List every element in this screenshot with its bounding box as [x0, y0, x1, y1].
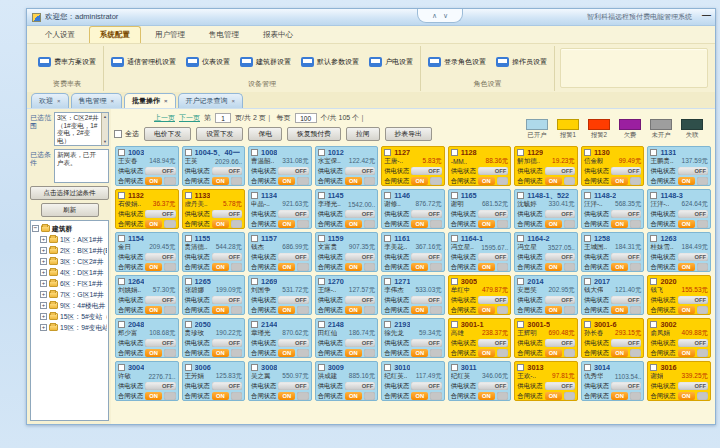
ribbon-button[interactable]: 操作员设置	[492, 54, 551, 70]
room-card[interactable]: 1148-2汪洋-..568.35元供电状态OFF合闸状态ON	[581, 189, 645, 229]
room-checkbox[interactable]	[384, 149, 391, 156]
room-card[interactable]: 1128-MM..88.36元供电状态OFF合闸状态ON	[448, 146, 512, 186]
tree-expander-icon[interactable]: +	[40, 236, 47, 243]
room-card[interactable]: 1161李美花..367.16元供电状态OFF合闸状态ON	[381, 232, 445, 272]
tree-expander-icon[interactable]: +	[40, 313, 47, 320]
room-checkbox[interactable]	[584, 235, 591, 242]
ribbon-button[interactable]: 默认参数设置	[297, 54, 363, 70]
select-all-checkbox[interactable]	[114, 130, 122, 138]
selected-condition-box[interactable]: 新网表，已开户表。	[54, 149, 109, 183]
room-card[interactable]: 1146谢修..876.72元供电状态OFF合闸状态ON	[381, 189, 445, 229]
room-checkbox[interactable]	[251, 278, 258, 285]
room-checkbox[interactable]	[451, 278, 458, 285]
prev-page-link[interactable]: 上一页	[154, 113, 175, 123]
room-card[interactable]: 1012水宝保..122.42元供电状态OFF合闸状态ON	[315, 146, 379, 186]
room-checkbox[interactable]	[517, 321, 524, 328]
room-checkbox[interactable]	[650, 149, 657, 156]
room-card[interactable]: 2020钱飞155.53元供电状态OFF合闸状态ON	[647, 275, 711, 315]
room-checkbox[interactable]	[251, 235, 258, 242]
per-page-input[interactable]	[295, 113, 317, 123]
room-card[interactable]: 1263桂妹雪..184.49元供电状态OFF合闸状态ON	[647, 232, 711, 272]
close-icon[interactable]: ×	[164, 98, 168, 104]
room-checkbox[interactable]	[185, 321, 192, 328]
room-checkbox[interactable]	[517, 235, 524, 242]
chevron-icon[interactable]: ∧	[432, 12, 437, 20]
tree-item[interactable]: +3区：C区2#井（1#变...	[32, 256, 107, 267]
room-card[interactable]: 3010纪红英..117.49元供电状态OFF合闸状态ON	[381, 361, 445, 401]
room-card[interactable]: 3001-6孙长春293.15元供电状态OFF合闸状态ON	[581, 318, 645, 358]
choose-filter-button[interactable]: 点击选择过滤条件	[30, 186, 109, 200]
room-checkbox[interactable]	[251, 321, 258, 328]
action-button[interactable]: 恢复预付费	[287, 127, 341, 141]
room-card[interactable]: 2193徐先龙59.34元供电状态OFF合闸状态ON	[381, 318, 445, 358]
room-card[interactable]: 1148-1、522沈毓婷330.41元供电状态OFF合闸状态ON	[514, 189, 578, 229]
room-checkbox[interactable]	[584, 149, 591, 156]
room-checkbox[interactable]	[584, 192, 591, 199]
room-card[interactable]: 1127王唐-..5.83元供电状态OFF合闸状态ON	[381, 146, 445, 186]
room-checkbox[interactable]	[451, 149, 458, 156]
room-card[interactable]: 1165谢明681.52元供电状态OFF合闸状态ON	[448, 189, 512, 229]
tree-expander-icon[interactable]: +	[40, 280, 47, 287]
tree-item[interactable]: +19区：9#变电站（2#...	[32, 322, 107, 333]
room-checkbox[interactable]	[118, 278, 125, 285]
room-checkbox[interactable]	[251, 149, 258, 156]
room-card[interactable]: 3014仇秀华1103.54..供电状态OFF合闸状态ON	[581, 361, 645, 401]
action-button[interactable]: 电价下发	[144, 127, 191, 141]
room-card[interactable]: 1264刘姚娟..57.30元供电状态OFF合闸状态ON	[115, 275, 179, 315]
tree-expander-icon[interactable]: +	[40, 258, 47, 265]
room-checkbox[interactable]	[650, 364, 657, 371]
room-card[interactable]: 3008吴之翼550.97元供电状态OFF合闸状态ON	[248, 361, 312, 401]
action-button[interactable]: 保电	[248, 127, 282, 141]
document-tab[interactable]: 售电管理×	[71, 93, 123, 108]
tree-item[interactable]: +6区：F区1#井（F区1#...	[32, 278, 107, 289]
room-checkbox[interactable]	[118, 235, 125, 242]
room-card[interactable]: 3004许敏2276.71..供电状态OFF合闸状态ON	[115, 361, 179, 401]
ribbon-button[interactable]: 通信管理机设置	[107, 54, 180, 70]
close-icon[interactable]: ×	[57, 98, 61, 104]
document-tab[interactable]: 开户记录查询×	[178, 93, 244, 108]
room-card[interactable]: 3002俞凤娟409.88元供电状态OFF合闸状态ON	[647, 318, 711, 358]
room-card[interactable]: 1155贵清德..544.28元供电状态OFF合闸状态ON	[182, 232, 246, 272]
room-card[interactable]: 1129解加德..19.23元供电状态OFF合闸状态ON	[514, 146, 578, 186]
room-card[interactable]: 2050贵珍玫190.22元供电状态OFF合闸状态ON	[182, 318, 246, 358]
document-tab[interactable]: 批量操作×	[124, 93, 176, 108]
room-card[interactable]: 1271李伟杰533.03元供电状态OFF合闸状态ON	[381, 275, 445, 315]
room-card[interactable]: 2017钱大伟121.40元供电状态OFF合闸状态ON	[581, 275, 645, 315]
action-button[interactable]: 设置下发	[196, 127, 243, 141]
close-icon[interactable]: ×	[232, 98, 236, 104]
tree-expander-icon[interactable]: +	[40, 291, 47, 298]
ribbon-tab[interactable]: 用户管理	[145, 27, 195, 43]
room-checkbox[interactable]	[517, 149, 524, 156]
ribbon-button[interactable]: 费率方案设置	[34, 54, 100, 70]
tree-expander-icon[interactable]: +	[40, 324, 47, 331]
room-card[interactable]: 2144章瑾光870.62元供电状态OFF合闸状态ON	[248, 318, 312, 358]
room-checkbox[interactable]	[251, 192, 258, 199]
room-checkbox[interactable]	[318, 278, 325, 285]
room-checkbox[interactable]	[318, 192, 325, 199]
room-checkbox[interactable]	[650, 278, 657, 285]
room-card[interactable]: 3013王欢-..97.81元供电状态OFF合闸状态ON	[514, 361, 578, 401]
ribbon-tab[interactable]: 售电管理	[199, 27, 249, 43]
room-card[interactable]: 1133虚丹美..5.78元供电状态OFF合闸状态ON	[182, 189, 246, 229]
room-checkbox[interactable]	[318, 235, 325, 242]
tree-item[interactable]: +1区：A区1#井	[32, 234, 107, 245]
room-card[interactable]: 1269刘国争531.72元供电状态OFF合闸状态ON	[248, 275, 312, 315]
close-icon[interactable]: ×	[111, 98, 115, 104]
room-card[interactable]: 1003王安春148.94元供电状态OFF合闸状态ON	[115, 146, 179, 186]
room-checkbox[interactable]	[118, 364, 125, 371]
scrollbar[interactable]: ▲▼	[101, 113, 108, 145]
room-checkbox[interactable]	[517, 192, 524, 199]
room-checkbox[interactable]	[318, 149, 325, 156]
room-checkbox[interactable]	[185, 149, 192, 156]
ribbon-collapse-controls[interactable]: ∧∨	[417, 9, 463, 23]
room-checkbox[interactable]	[451, 235, 458, 242]
room-checkbox[interactable]	[451, 321, 458, 328]
room-checkbox[interactable]	[185, 235, 192, 242]
tree-item[interactable]: +9区：4#楼电井（4#楼...	[32, 300, 107, 311]
next-page-link[interactable]: 下一页	[179, 113, 200, 123]
room-checkbox[interactable]	[118, 321, 125, 328]
room-card[interactable]: 3005牟红中479.87元供电状态OFF合闸状态ON	[448, 275, 512, 315]
room-card[interactable]: 1265张碧娜199.09元供电状态OFF合闸状态ON	[182, 275, 246, 315]
room-card[interactable]: 1157钱杰686.99元供电状态OFF合闸状态ON	[248, 232, 312, 272]
room-card[interactable]: 1159文富贵907.35元供电状态OFF合闸状态ON	[315, 232, 379, 272]
